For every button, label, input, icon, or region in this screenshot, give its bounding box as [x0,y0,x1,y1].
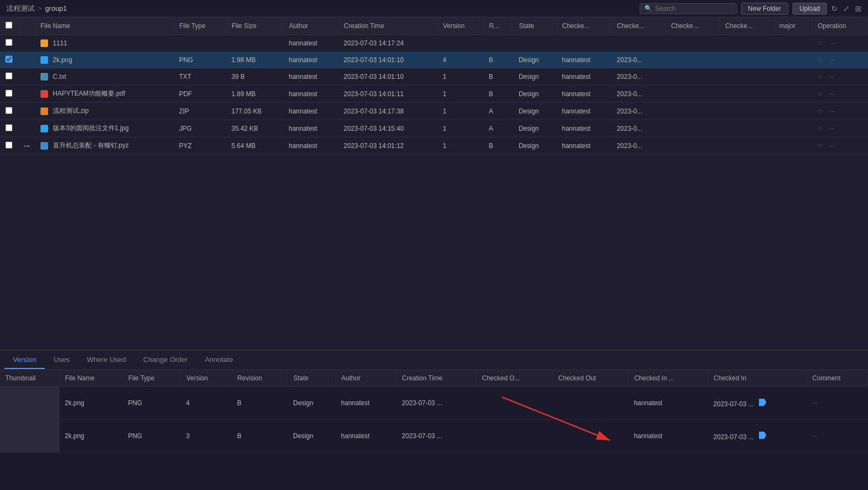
star-icon[interactable]: ☆ [817,90,823,98]
version-table: Thumbnail File Name File Type Version Re… [0,370,868,453]
more-icon[interactable]: ··· [830,125,835,132]
star-icon[interactable]: ☆ [817,108,823,115]
row-checkbox[interactable] [5,107,12,114]
row-checkbox-cell[interactable] [0,52,18,69]
row-filename[interactable]: 版本3的圆阅批注文件1.jpg [35,120,174,137]
search-box[interactable]: 🔍 [640,3,737,14]
col-checked4[interactable]: Checke... [720,17,774,35]
version-revision: B [232,420,288,453]
version-more-icon[interactable]: ··· [812,432,817,440]
row-checked3 [666,85,720,103]
row-checkbox[interactable] [5,56,12,63]
more-icon[interactable]: ··· [830,108,835,115]
col-checked1[interactable]: Checke... [557,17,612,35]
col-major[interactable]: major [774,17,812,35]
row-checkbox-cell[interactable] [0,85,18,103]
vcol-checked-out-by[interactable]: Checked O... [477,370,553,387]
breadcrumb-separator: > [38,4,42,12]
search-input[interactable] [655,5,732,12]
table-row: 版本3的圆阅批注文件1.jpg JPG 35.42 KB hannatest 2… [0,120,868,137]
row-major [774,85,812,103]
row-filetype [174,35,226,52]
vcol-filename[interactable]: File Name [59,370,123,387]
row-r: B [483,69,513,85]
fullscreen-icon[interactable]: ⤢ [843,4,850,13]
file-type-icon [40,73,48,80]
row-checkbox[interactable] [5,72,12,79]
star-icon[interactable]: ☆ [817,142,823,150]
row-filename[interactable]: 流程测试.zip [35,103,174,120]
star-icon[interactable]: ☆ [817,125,823,132]
star-icon[interactable]: ☆ [817,73,823,80]
more-icon[interactable]: ··· [830,56,835,64]
col-checkbox[interactable] [0,17,18,35]
col-r[interactable]: R... [483,17,513,35]
version-more-icon[interactable]: ··· [812,399,817,407]
col-filesize[interactable]: File Size [226,17,283,35]
upload-button[interactable]: Upload [792,3,827,15]
row-checkbox[interactable] [5,90,12,97]
col-state[interactable]: State [513,17,557,35]
col-checked3[interactable]: Checke... [666,17,720,35]
col-filename[interactable]: File Name [35,17,174,35]
row-checkbox-cell[interactable] [0,137,18,155]
new-folder-button[interactable]: New Folder [741,3,788,15]
tab-change-order[interactable]: Change Order [134,351,196,369]
row-checked2: 2023-0... [612,85,666,103]
row-checkbox[interactable] [5,124,12,131]
vcol-state[interactable]: State [288,370,336,387]
row-filesize [226,35,283,52]
more-icon[interactable]: ··· [830,90,835,98]
select-all-checkbox[interactable] [5,22,12,29]
vcol-author[interactable]: Author [336,370,397,387]
vcol-comment[interactable]: Comment [806,370,867,387]
more-icon[interactable]: ··· [830,73,835,80]
tab-version[interactable]: Version [4,351,45,369]
row-checkbox-cell[interactable] [0,120,18,137]
vcol-revision[interactable]: Revision [232,370,288,387]
col-author[interactable]: Author [283,17,338,35]
row-state: Design [513,52,557,69]
version-version: 3 [181,420,232,453]
row-filename[interactable]: HAPYTEAM功能概要.pdf [35,85,174,103]
row-checkbox[interactable] [5,142,12,149]
top-bar-actions: 🔍 New Folder Upload ↻ ⤢ ⊞ [640,3,862,15]
vcol-filetype[interactable]: File Type [123,370,181,387]
row-filename[interactable]: 2k.png [35,52,174,69]
row-creation-time: 2023-07-03 14:15:40 [338,120,438,137]
grid-icon[interactable]: ⊞ [855,4,862,13]
row-checkbox[interactable] [5,39,12,46]
row-checked3 [666,137,720,155]
table-row: 1111 hannatest 2023-07-03 14:17:24 ☆ ··· [0,35,868,52]
row-filename[interactable]: 1111 [35,35,174,52]
file-type-icon [40,39,48,47]
tab-where-used[interactable]: Where Used [78,351,134,369]
row-checked4 [720,120,774,137]
col-filetype[interactable]: File Type [174,17,226,35]
more-icon[interactable]: ··· [830,142,835,150]
file-type-icon [40,142,48,150]
row-checkbox-cell[interactable] [0,69,18,85]
row-filename[interactable]: C.txt [35,69,174,85]
vcol-checked-in[interactable]: Checked In [708,370,807,387]
row-r: B [483,52,513,69]
vcol-checked-out[interactable]: Checked Out [552,370,628,387]
vcol-version[interactable]: Version [181,370,232,387]
col-creation-time[interactable]: Creation Time [338,17,438,35]
col-operation[interactable]: Operation [812,17,867,35]
more-icon[interactable]: ··· [830,39,835,47]
tab-uses[interactable]: Uses [45,351,78,369]
refresh-icon[interactable]: ↻ [831,4,838,13]
vcol-checked-in-by[interactable]: Checked In ... [628,370,708,387]
star-icon[interactable]: ☆ [817,39,823,47]
row-checkbox-cell[interactable] [0,35,18,52]
row-checkbox-cell[interactable] [0,103,18,120]
vcol-creation-time[interactable]: Creation Time [396,370,476,387]
row-filename[interactable]: 直升机总装配 - 有螺钉.pyz [35,137,174,155]
star-icon[interactable]: ☆ [817,56,823,64]
col-version[interactable]: Version [437,17,483,35]
tab-annotate[interactable]: Annotate [196,351,242,369]
col-checked2[interactable]: Checke... [612,17,666,35]
breadcrumb-root[interactable]: 流程测试 [6,4,35,14]
row-hierarchy-cell [18,103,35,120]
